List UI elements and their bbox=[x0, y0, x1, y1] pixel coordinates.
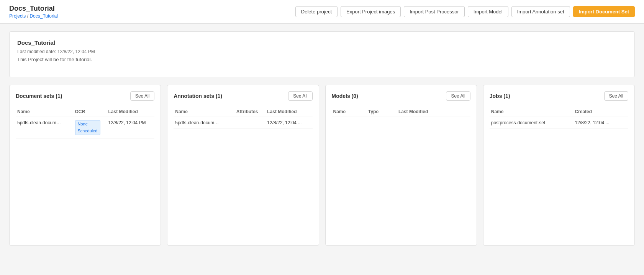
jobs-panel: Jobs (1) See All Name Created postproces… bbox=[483, 85, 635, 246]
models-title: Models (0) bbox=[332, 93, 358, 99]
models-see-all-button[interactable]: See All bbox=[446, 91, 470, 101]
ann-set-attributes bbox=[235, 117, 266, 129]
document-sets-title: Document sets (1) bbox=[16, 93, 62, 99]
annotation-sets-col-last-modified: Last Modified bbox=[265, 107, 312, 117]
import-post-processor-button[interactable]: Import Post Processor bbox=[404, 6, 465, 17]
annotation-sets-see-all-button[interactable]: See All bbox=[288, 91, 312, 101]
doc-set-name: 5pdfs-clean-documents-e764... bbox=[16, 117, 74, 138]
document-sets-col-name: Name bbox=[16, 107, 74, 117]
panels-row: Document sets (1) See All Name OCR Last … bbox=[9, 85, 635, 246]
doc-set-ocr: NoneScheduled bbox=[74, 117, 107, 138]
import-annotation-set-button[interactable]: Import Annotation set bbox=[511, 6, 570, 17]
jobs-col-name: Name bbox=[490, 107, 574, 117]
project-card-name: Docs_Tutorial bbox=[17, 39, 627, 46]
ann-set-name: 5pdfs-clean-documents-e7... bbox=[174, 117, 234, 129]
project-card: Docs_Tutorial Last modified date: 12/8/2… bbox=[9, 31, 635, 77]
jobs-title: Jobs (1) bbox=[490, 93, 510, 99]
table-row[interactable]: 5pdfs-clean-documents-e764... NoneSchedu… bbox=[16, 117, 154, 138]
models-panel: Models (0) See All Name Type Last Modifi… bbox=[325, 85, 477, 246]
document-sets-panel-header: Document sets (1) See All bbox=[16, 91, 154, 101]
document-sets-panel: Document sets (1) See All Name OCR Last … bbox=[9, 85, 161, 246]
breadcrumb-current-link[interactable]: Docs_Tutorial bbox=[29, 13, 58, 19]
annotation-sets-panel-header: Annotation sets (1) See All bbox=[174, 91, 312, 101]
jobs-see-all-button[interactable]: See All bbox=[604, 91, 628, 101]
jobs-col-created: Created bbox=[573, 107, 628, 117]
top-bar: Docs_Tutorial Projects / Docs_Tutorial D… bbox=[0, 0, 644, 24]
table-row[interactable]: 5pdfs-clean-documents-e7... 12/8/22, 12:… bbox=[174, 117, 312, 129]
jobs-panel-header: Jobs (1) See All bbox=[490, 91, 628, 101]
document-sets-table: Name OCR Last Modified 5pdfs-clean-docum… bbox=[16, 107, 154, 138]
breadcrumb-projects-link[interactable]: Projects bbox=[9, 13, 26, 19]
annotation-sets-col-attributes: Attributes bbox=[235, 107, 266, 117]
annotation-sets-col-name: Name bbox=[174, 107, 234, 117]
document-sets-col-ocr: OCR bbox=[74, 107, 107, 117]
top-bar-left: Docs_Tutorial Projects / Docs_Tutorial bbox=[9, 5, 58, 19]
page-title: Docs_Tutorial bbox=[9, 5, 58, 13]
annotation-sets-panel: Annotation sets (1) See All Name Attribu… bbox=[167, 85, 319, 246]
document-sets-see-all-button[interactable]: See All bbox=[130, 91, 154, 101]
models-panel-header: Models (0) See All bbox=[332, 91, 470, 101]
models-col-name: Name bbox=[332, 107, 367, 117]
annotation-sets-table: Name Attributes Last Modified 5pdfs-clea… bbox=[174, 107, 312, 129]
project-card-last-modified: Last modified date: 12/8/22, 12:04 PM bbox=[17, 49, 627, 54]
document-sets-col-last-modified: Last Modified bbox=[107, 107, 155, 117]
models-col-type: Type bbox=[367, 107, 397, 117]
ocr-badge: NoneScheduled bbox=[75, 120, 100, 135]
export-project-images-button[interactable]: Export Project images bbox=[341, 6, 401, 17]
jobs-table: Name Created postprocess-document-set 12… bbox=[490, 107, 628, 129]
import-document-set-button[interactable]: Import Document Set bbox=[573, 6, 635, 17]
delete-project-button[interactable]: Delete project bbox=[295, 6, 338, 17]
table-row[interactable]: postprocess-document-set 12/8/22, 12:04 … bbox=[490, 117, 628, 129]
job-name: postprocess-document-set bbox=[490, 117, 574, 129]
top-bar-right: Delete project Export Project images Imp… bbox=[295, 6, 635, 17]
annotation-sets-title: Annotation sets (1) bbox=[174, 93, 222, 99]
models-table: Name Type Last Modified bbox=[332, 107, 470, 117]
import-model-button[interactable]: Import Model bbox=[468, 6, 508, 17]
ann-set-last-modified: 12/8/22, 12:04 ... bbox=[265, 117, 312, 129]
main-content: Docs_Tutorial Last modified date: 12/8/2… bbox=[0, 24, 644, 253]
project-card-description: This Project will be for the tutorial. bbox=[17, 57, 627, 62]
doc-set-last-modified: 12/8/22, 12:04 PM bbox=[107, 117, 155, 138]
breadcrumb: Projects / Docs_Tutorial bbox=[9, 13, 58, 19]
models-col-last-modified: Last Modified bbox=[397, 107, 470, 117]
job-created: 12/8/22, 12:04 ... bbox=[573, 117, 628, 129]
